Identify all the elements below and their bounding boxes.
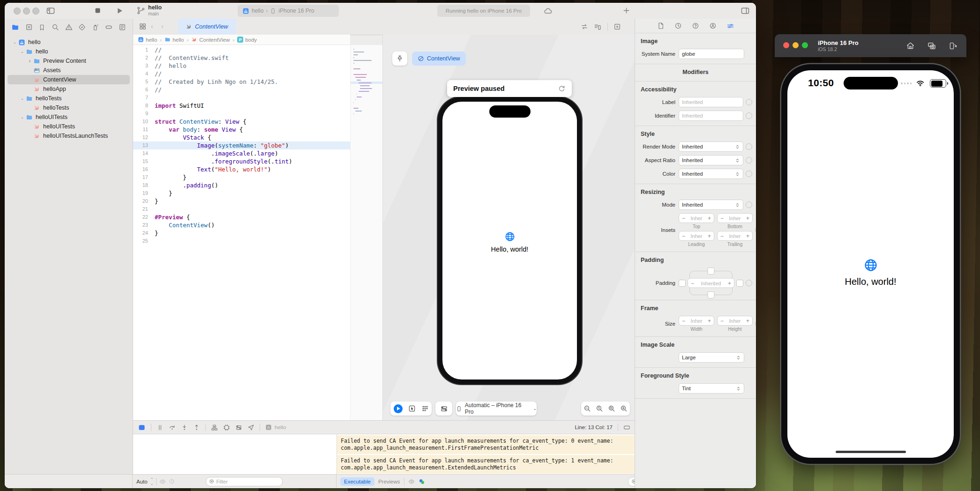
home-icon[interactable] [906,41,915,50]
code-line-19[interactable]: 19 } [133,189,350,197]
line-number[interactable]: 6 [133,86,155,94]
resume-preview-icon[interactable] [558,85,566,93]
back-icon[interactable]: ‹ [151,22,153,30]
debug-icon[interactable] [92,23,99,31]
pin-preview-button[interactable] [392,52,407,66]
screenshot-icon[interactable] [927,41,936,51]
line-number[interactable]: 3 [133,62,155,70]
code-line-4[interactable]: 4// [133,70,350,78]
breadcrumb[interactable]: hello›hello›ContentView›Pbody [133,35,350,45]
line-number[interactable]: 20 [133,197,155,205]
line-number[interactable]: 24 [133,229,155,237]
accessibility-label-field[interactable]: Inherited [679,97,743,107]
line-number[interactable]: 13 [133,141,155,149]
console-message[interactable]: Failed to send CA Event for app launch m… [337,455,635,474]
history-inspector-icon[interactable] [674,22,682,30]
show-values-icon[interactable] [159,478,166,485]
tree-item-hellouitests[interactable]: helloUITests [7,122,130,131]
console-message[interactable]: Failed to send CA Event for app launch m… [337,435,635,454]
tree-item-hellotests[interactable]: ⌄helloTests [7,94,130,103]
padding-bottom-checkbox[interactable] [708,291,715,298]
code-line-23[interactable]: 23 ContentView() [133,221,350,229]
line-number[interactable]: 5 [133,78,155,86]
inset-leading-stepper[interactable]: −Inher+ [679,231,714,241]
accessibility-inspector-icon[interactable] [709,22,717,30]
code-minimap[interactable] [350,45,383,420]
environment-overrides-icon[interactable] [235,424,242,431]
line-number[interactable]: 14 [133,149,155,157]
zoom-100-icon[interactable] [596,405,603,412]
modifier-connector[interactable] [755,227,756,233]
line-number[interactable]: 4 [133,70,155,78]
code-line-5[interactable]: 5// Created by Linh Ngo on 1/14/25. [133,78,350,86]
breadcrumb-item-hello[interactable]: hello [138,37,157,43]
modifier-connector[interactable] [746,112,752,119]
attributes-inspector-icon[interactable] [726,22,734,30]
inset-bottom-stepper[interactable]: −Inher+ [717,213,753,223]
frame-height-stepper[interactable]: −Inher+ [717,316,753,326]
line-number[interactable]: 16 [133,165,155,173]
preview-device-screen[interactable]: Hello, world! [442,102,577,379]
line-number[interactable]: 1 [133,46,155,54]
line-number[interactable]: 17 [133,173,155,181]
code-line-7[interactable]: 7 [133,94,350,102]
add-editor-icon[interactable] [613,23,621,30]
code-editor[interactable]: 1//2// ContentView.swift3// hello4//5// … [133,45,350,420]
modifier-connector[interactable] [746,280,752,286]
variables-filter-field[interactable]: Filter [206,477,283,486]
resizing-mode-select[interactable]: Inherited [679,200,743,210]
tree-item-preview content[interactable]: ›Preview Content [7,56,130,66]
sim-minimize-button[interactable] [793,42,799,48]
editor-swap-icon[interactable] [581,23,588,30]
minimize-window-button[interactable] [23,7,30,15]
memory-graph-icon[interactable] [223,424,230,431]
modifier-connector[interactable] [755,320,756,327]
history-icon[interactable] [169,478,175,484]
home-indicator[interactable] [836,451,906,453]
code-line-20[interactable]: 20} [133,197,350,205]
tree-item-hellotests[interactable]: helloTests [7,103,130,112]
tree-item-assets[interactable]: Assets [7,66,130,75]
project-navigator-icon[interactable] [11,23,19,31]
padding-top-checkbox[interactable] [708,268,715,275]
editor-options-icon[interactable] [594,23,601,30]
code-line-21[interactable]: 21 [133,205,350,213]
code-line-17[interactable]: 17 } [133,173,350,181]
breadcrumb-item-hello[interactable]: hello [165,37,184,43]
pause-execution-icon[interactable] [157,424,164,431]
frame-width-stepper[interactable]: −Inher+ [679,316,714,326]
tree-item-hellouitests[interactable]: ⌄helloUITests [7,112,130,122]
code-line-8[interactable]: 8import SwiftUI [133,102,350,110]
code-line-6[interactable]: 6// [133,86,350,94]
code-line-12[interactable]: 12 VStack { [133,134,350,141]
line-number[interactable]: 15 [133,157,155,165]
simulate-location-icon[interactable] [247,424,254,431]
variants-button[interactable] [421,405,429,412]
modifier-connector[interactable] [746,143,752,150]
inset-top-stepper[interactable]: −Inher+ [679,213,714,223]
line-number[interactable]: 9 [133,110,155,118]
code-line-10[interactable]: 10struct ContentView: View { [133,118,350,126]
line-number[interactable]: 11 [133,126,155,134]
line-number[interactable]: 8 [133,102,155,110]
console-metadata-icon[interactable] [408,478,415,485]
variables-scope-select[interactable]: Auto [136,479,148,484]
step-over-icon[interactable] [169,424,176,431]
chevron-down-icon[interactable]: ⌄ [19,115,26,119]
modifier-connector[interactable] [746,201,752,208]
toggle-navigator-icon[interactable] [46,6,55,15]
reports-icon[interactable] [119,23,126,31]
zoom-in-icon[interactable] [620,405,628,412]
breakpoints-icon[interactable] [105,23,112,31]
modifier-connector[interactable] [746,99,752,105]
line-number[interactable]: 12 [133,134,155,141]
preview-target-chip[interactable]: ContentView [412,52,466,66]
line-number[interactable]: 2 [133,54,155,62]
scheme-selector[interactable]: hello › iPhone 16 Pro [238,5,339,17]
code-line-3[interactable]: 3// hello [133,62,350,70]
simulator-screen[interactable]: 10:50 Hello, world! [787,70,954,458]
line-number[interactable]: 10 [133,118,155,126]
tree-item-contentview[interactable]: ContentView [7,75,130,84]
code-line-15[interactable]: 15 .foregroundStyle(.tint) [133,157,350,165]
tree-item-hellouitestslaunchtests[interactable]: helloUITestsLaunchTests [7,131,130,141]
